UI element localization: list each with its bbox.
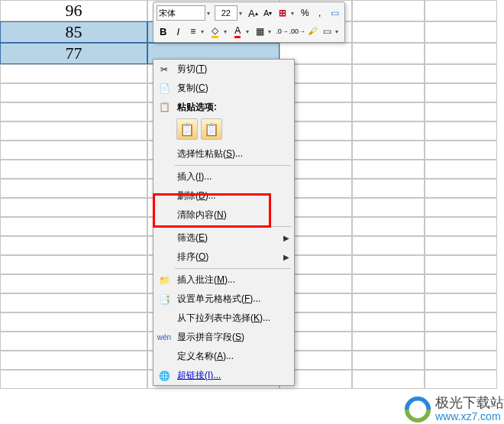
chevron-down-icon[interactable]: ▾ [291,10,297,17]
chevron-down-icon[interactable]: ▾ [224,28,230,35]
menu-define-name[interactable]: 定义名称(A)... [153,347,294,366]
menu-label: 剪切(T) [177,63,289,76]
menu-label: 定义名称(A)... [177,350,289,363]
chevron-down-icon[interactable]: ▾ [268,28,274,35]
comment-icon: 📁 [156,272,173,289]
scissors-icon: ✂ [156,61,173,78]
logo-icon [403,395,432,424]
menu-label: 选择性粘贴(S)... [177,147,289,160]
comma-button[interactable]: , [313,5,326,21]
decrease-decimal-button[interactable]: .00→ [290,24,304,39]
merge-cells-button[interactable]: ▭ [328,5,341,21]
format-icon: 📑 [156,291,173,308]
menu-label: 复制(C) [177,82,289,95]
border-button[interactable]: ▦ [254,24,267,39]
menu-filter[interactable]: 筛选(E) ▶ [153,228,294,248]
align-button[interactable]: ≡ [186,24,199,39]
separator [175,165,291,166]
menu-cut[interactable]: ✂ 剪切(T) [153,60,294,79]
menu-sort[interactable]: 排序(O) ▶ [153,248,294,267]
menu-show-phonetic[interactable]: wén 显示拼音字段(S) [153,328,294,347]
menu-delete[interactable]: 删除(D)... [153,186,294,206]
cell[interactable] [352,21,425,43]
phonetic-icon: wén [156,329,173,346]
separator [175,226,291,227]
bold-button[interactable]: B [157,24,170,39]
font-name-input[interactable] [157,5,205,21]
italic-button[interactable]: I [171,24,184,39]
menu-format-cells[interactable]: 📑 设置单元格格式(F)... [153,290,294,309]
font-size-input[interactable] [215,5,237,21]
cell[interactable]: 96 [0,0,147,21]
menu-label: 插入批注(M)... [177,273,289,286]
menu-label: 筛选(E) [177,231,283,244]
copy-icon: 📄 [156,80,173,97]
fill-color-button[interactable]: ◇ [208,24,221,39]
separator [175,268,291,269]
accounting-format-button[interactable]: ⊞ [276,5,289,21]
increase-decimal-button[interactable]: .0→ [276,24,289,39]
cell[interactable]: 85 [0,21,147,43]
menu-label: 从下拉列表中选择(K)... [177,312,289,325]
watermark-title: 极光下载站 [435,396,504,411]
menu-label: 设置单元格格式(F)... [177,293,289,306]
chevron-down-icon[interactable]: ▾ [239,10,245,17]
menu-insert-comment[interactable]: 📁 插入批注(M)... [153,270,294,290]
menu-hyperlink[interactable]: 🌐 超链接(I)... [153,366,294,385]
menu-label: 插入(I)... [177,170,289,183]
font-color-button[interactable]: A [231,24,244,39]
menu-label: 超链接(I)... [177,369,289,382]
paste-option-default[interactable]: 📋 [176,118,198,140]
paste-options-title: 📋 粘贴选项: [153,98,294,116]
menu-label: 清除内容(N) [177,209,289,222]
menu-label: 显示拼音字段(S) [177,331,289,344]
watermark-url: www.xz7.com [435,411,504,422]
cell[interactable] [425,21,497,43]
menu-pick-from-dropdown[interactable]: 从下拉列表中选择(K)... [153,309,294,328]
globe-icon: 🌐 [156,367,173,384]
paste-option-values[interactable]: 📋 [201,118,222,140]
chevron-down-icon[interactable]: ▾ [335,28,341,35]
menu-paste-special[interactable]: 选择性粘贴(S)... [153,144,294,163]
watermark: 极光下载站 www.xz7.com [403,395,504,424]
cell[interactable] [425,43,497,64]
cell[interactable] [352,0,425,21]
paste-options: 📋 📋 [153,116,294,144]
chevron-down-icon[interactable]: ▾ [246,28,252,35]
percent-button[interactable]: % [299,5,312,21]
chevron-down-icon[interactable]: ▾ [201,28,207,35]
paste-icon: 📋 [156,99,173,115]
format-painter-button[interactable]: 🖌 [305,24,318,39]
format-button[interactable]: ▭ [321,24,334,39]
chevron-down-icon[interactable]: ▾ [207,10,213,17]
menu-copy[interactable]: 📄 复制(C) [153,79,294,98]
context-menu: ✂ 剪切(T) 📄 复制(C) 📋 粘贴选项: 📋 📋 选择性粘贴(S)... … [153,59,295,386]
chevron-right-icon: ▶ [283,234,289,242]
menu-label: 删除(D)... [177,189,289,202]
cell[interactable] [352,43,425,64]
menu-label: 排序(O) [177,251,283,264]
menu-insert[interactable]: 插入(I)... [153,167,294,186]
menu-clear-contents[interactable]: 清除内容(N) [153,206,294,225]
chevron-right-icon: ▶ [283,253,289,261]
mini-toolbar: ▾ ▾ A▴ A▾ ⊞ ▾ % , ▭ B I ≡ ▾ ◇ ▾ A ▾ ▦ ▾ … [153,2,345,43]
increase-font-button[interactable]: A▴ [247,5,260,21]
cell[interactable] [425,0,497,21]
cell[interactable]: 77 [0,43,147,64]
decrease-font-button[interactable]: A▾ [261,5,274,21]
